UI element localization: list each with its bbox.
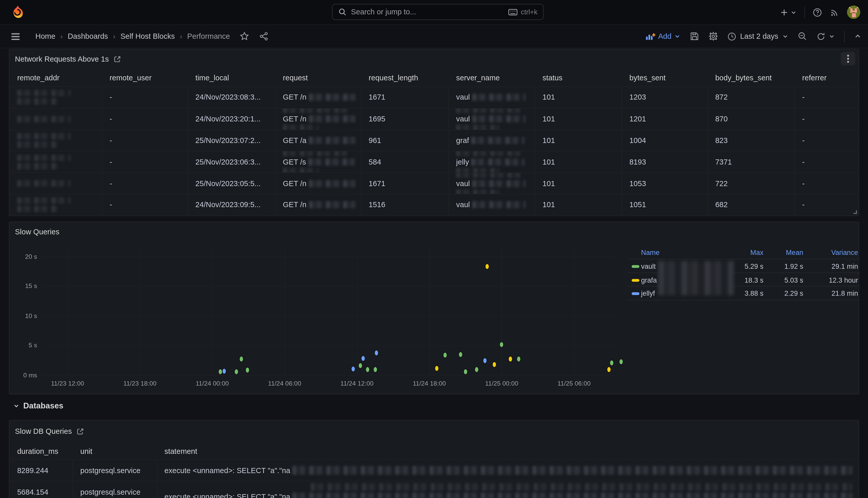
refresh-icon — [816, 32, 825, 41]
slow-queries-chart[interactable]: 20 s15 s10 s5 s0 ms11/23 12:0011/23 18:0… — [42, 249, 615, 389]
menu-hamburger-icon[interactable] — [10, 31, 21, 42]
column-header-unit[interactable]: unit — [73, 443, 157, 459]
cell-remote-user: - — [102, 152, 188, 172]
request-prefix: GET /a — [283, 136, 307, 145]
x-axis-tick: 11/24 12:00 — [340, 380, 374, 387]
scatter-point[interactable] — [245, 368, 249, 372]
column-header-request_length[interactable]: request_length — [362, 69, 449, 87]
cell-remote-user: - — [102, 108, 188, 130]
scatter-point[interactable] — [362, 356, 365, 361]
redacted-text — [17, 155, 70, 161]
scatter-point[interactable] — [374, 367, 377, 372]
news-rss-icon[interactable] — [830, 8, 839, 17]
help-icon[interactable] — [813, 8, 822, 17]
scatter-point[interactable] — [352, 367, 355, 371]
grafana-app: { "colors": {"accent":"#6e9fff","green":… — [0, 0, 868, 498]
breadcrumb-item[interactable]: Dashboards — [68, 32, 108, 40]
cell-request-length: 1695 — [362, 108, 449, 130]
panel-title[interactable]: Network Requests Above 1s — [15, 55, 109, 63]
panel-title[interactable]: Slow DB Queries — [15, 427, 72, 435]
scatter-point[interactable] — [359, 363, 362, 368]
table-header-row: remote_addrremote_usertime_localrequestr… — [10, 69, 858, 87]
new-button[interactable] — [780, 8, 797, 16]
scatter-point[interactable] — [240, 356, 243, 362]
share-icon[interactable] — [259, 31, 269, 41]
search-input[interactable]: Search or jump to... ctrl+k — [332, 4, 544, 20]
scatter-point[interactable] — [607, 367, 611, 372]
cell-request: GET /n — [276, 108, 362, 130]
add-panel-icon — [645, 32, 655, 41]
column-header-server_name[interactable]: server_name — [449, 69, 535, 87]
scatter-point[interactable] — [475, 367, 478, 372]
scatter-point[interactable] — [464, 369, 467, 374]
cell-remote-user: - — [102, 173, 188, 194]
legend-name-redaction — [658, 261, 734, 296]
breadcrumb-item[interactable]: Self Host Blocks — [120, 32, 175, 40]
scatter-point[interactable] — [443, 353, 447, 357]
scatter-point[interactable] — [483, 358, 487, 363]
x-axis-tick: 11/25 06:00 — [557, 380, 591, 387]
scatter-point[interactable] — [610, 361, 613, 365]
scatter-point[interactable] — [508, 356, 512, 362]
scatter-point[interactable] — [223, 369, 226, 374]
section-title: Databases — [23, 401, 64, 410]
cell-referrer: - — [795, 173, 858, 194]
scatter-point[interactable] — [620, 359, 623, 364]
external-link-icon[interactable] — [76, 428, 84, 435]
favorite-star-icon[interactable] — [240, 31, 249, 41]
time-range-picker[interactable]: Last 2 days — [728, 32, 788, 41]
scatter-point[interactable] — [486, 264, 489, 269]
cell-request: GET /n — [276, 173, 362, 194]
grafana-logo-icon[interactable] — [10, 5, 24, 19]
scatter-point[interactable] — [435, 366, 438, 371]
request-text: GET /a — [283, 136, 355, 145]
column-header-status[interactable]: status — [535, 69, 622, 87]
column-header-statement[interactable]: statement — [157, 443, 858, 459]
section-databases[interactable]: Databases — [13, 401, 63, 410]
breadcrumb-item[interactable]: Performance — [187, 32, 230, 40]
server-prefix: vaul — [456, 115, 470, 123]
column-header-request[interactable]: request — [276, 69, 362, 87]
column-header-body_bytes_sent[interactable]: body_bytes_sent — [708, 69, 795, 87]
save-icon[interactable] — [690, 31, 699, 41]
table-header-row: duration_msunitstatement — [10, 443, 858, 460]
scatter-point[interactable] — [500, 342, 503, 347]
collapse-chevron-up-icon[interactable] — [854, 32, 861, 40]
redacted-text — [283, 152, 347, 156]
scatter-point[interactable] — [459, 352, 462, 357]
x-axis-tick: 11/23 18:00 — [123, 380, 157, 387]
scatter-point[interactable] — [366, 367, 370, 372]
table-row: -24/Nov/2023:08:3...GET /n1671vaul101120… — [10, 87, 858, 108]
redacted-text — [17, 90, 70, 96]
scatter-point[interactable] — [517, 356, 520, 362]
breadcrumb-item[interactable]: Home — [36, 32, 55, 40]
panel-title[interactable]: Slow Queries — [15, 228, 59, 236]
redacted-text — [311, 483, 853, 490]
statement-text: execute <unnamed>: SELECT "a"."na — [164, 492, 853, 498]
column-header-remote_addr[interactable]: remote_addr — [10, 69, 102, 87]
column-header-bytes_sent[interactable]: bytes_sent — [622, 69, 708, 87]
cell-request-length: 961 — [362, 130, 449, 151]
scatter-point[interactable] — [219, 369, 222, 374]
refresh-button[interactable] — [816, 32, 835, 41]
column-header-referrer[interactable]: referrer — [795, 69, 858, 87]
settings-gear-icon[interactable] — [708, 31, 718, 41]
redacted-text — [472, 180, 525, 187]
scatter-point[interactable] — [235, 369, 238, 374]
redacted-text — [456, 189, 499, 194]
scatter-point[interactable] — [493, 362, 496, 367]
column-header-remote_user[interactable]: remote_user — [102, 69, 188, 87]
y-axis-tick: 5 s — [28, 342, 37, 349]
column-header-time_local[interactable]: time_local — [188, 69, 276, 87]
legend-header-variance[interactable]: Variance — [627, 249, 858, 257]
panel-menu-kebab-icon[interactable] — [841, 52, 855, 65]
cell-duration-ms: 5684.154 — [10, 481, 73, 498]
panel-resize-handle[interactable] — [852, 209, 857, 214]
column-header-duration_ms[interactable]: duration_ms — [10, 443, 73, 459]
add-button[interactable]: Add — [645, 32, 680, 41]
user-avatar[interactable] — [847, 6, 860, 19]
redacted-text — [17, 133, 70, 140]
external-link-icon[interactable] — [113, 55, 121, 63]
zoom-out-icon[interactable] — [798, 31, 807, 41]
scatter-point[interactable] — [375, 350, 378, 355]
